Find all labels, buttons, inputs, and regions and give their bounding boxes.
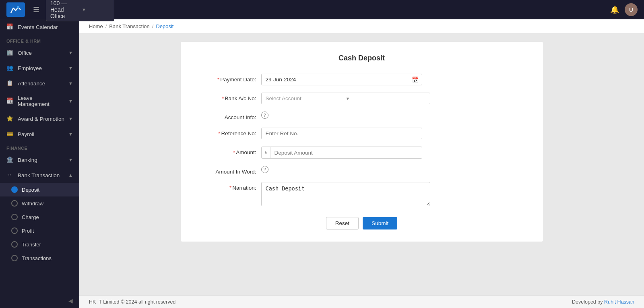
bank-transaction-chevron-icon: ▲ [68, 173, 73, 178]
payment-date-input-wrap: 📅 [261, 74, 422, 85]
sidebar-item-employee[interactable]: 👥 Employee ▼ [0, 60, 79, 76]
branch-selector[interactable]: 100 — Head Office ▼ [46, 0, 114, 21]
branch-chevron-icon: ▼ [82, 7, 110, 12]
hamburger-icon[interactable]: ☰ [33, 5, 39, 14]
breadcrumb-sep-1: / [105, 23, 107, 29]
sidebar-sub-charge[interactable]: Charge [0, 210, 79, 224]
narration-label: *Narration: [197, 182, 261, 191]
sidebar-item-banking[interactable]: 🏦 Banking ▼ [0, 152, 79, 167]
payment-date-label: *Payment Date: [197, 74, 261, 83]
footer-copyright: HK IT Limited © 2024 all right reserved [89, 299, 175, 305]
payment-date-row: *Payment Date: 📅 [197, 74, 527, 85]
form-buttons: Reset Submit [197, 217, 527, 229]
bank-acno-label: *Bank A/c No: [197, 93, 261, 101]
charge-circle-icon [11, 214, 18, 220]
bank-acno-select[interactable]: Select Account ▼ [261, 93, 430, 104]
sidebar-sub-transactions[interactable]: Transactions [0, 251, 79, 265]
ref-no-input[interactable] [261, 128, 422, 139]
account-info-help-icon[interactable]: ? [261, 112, 268, 119]
banking-icon: 🏦 [6, 156, 14, 163]
breadcrumb-home[interactable]: Home [89, 23, 103, 29]
developer-link[interactable]: Ruhit Hassan [604, 299, 634, 305]
banking-chevron-icon: ▼ [68, 157, 73, 162]
sidebar-item-bank-transaction[interactable]: ↔ Bank Transaction ▲ [0, 167, 79, 183]
submit-button[interactable]: Submit [363, 217, 397, 229]
employee-icon: 👥 [6, 64, 14, 72]
leave-icon: 📆 [6, 97, 14, 105]
sidebar-item-attendance[interactable]: 📋 Attendance ▼ [0, 76, 79, 91]
narration-row: *Narration: Cash Deposit [197, 182, 527, 207]
sidebar: 📅 Events Calendar OFFICE & HRM 🏢 Office … [0, 19, 79, 308]
content-area: Home / Bank Transaction / Deposit Cash D… [79, 19, 644, 308]
award-chevron-icon: ▼ [68, 116, 73, 121]
sidebar-item-payroll[interactable]: 💳 Payroll ▼ [0, 126, 79, 142]
payment-date-input[interactable] [262, 74, 409, 85]
deposit-circle-icon [11, 186, 18, 193]
form-card: Cash Deposit *Payment Date: 📅 [181, 42, 543, 242]
attendance-chevron-icon: ▼ [68, 81, 73, 86]
sidebar-item-events-calendar[interactable]: 📅 Events Calendar [0, 19, 79, 35]
bank-acno-row: *Bank A/c No: Select Account ▼ [197, 93, 527, 104]
sidebar-sub-profit[interactable]: Profit [0, 224, 79, 238]
payroll-chevron-icon: ▼ [68, 132, 73, 136]
svg-point-1 [17, 6, 19, 8]
amount-input-wrap: ৳ [261, 147, 422, 159]
award-icon: ⭐ [6, 115, 14, 122]
avatar[interactable]: U [625, 3, 638, 16]
sidebar-sub-deposit[interactable]: Deposit [0, 183, 79, 196]
bank-transaction-icon: ↔ [6, 172, 14, 179]
footer: HK IT Limited © 2024 all right reserved … [79, 296, 644, 308]
collapse-icon: ◀ [68, 298, 73, 304]
footer-developer: Developed by Ruhit Hassan [572, 299, 634, 305]
office-icon: 🏢 [6, 49, 14, 56]
bank-acno-placeholder: Select Account [266, 95, 346, 101]
logo [6, 2, 25, 17]
account-info-label: Account Info: [197, 112, 261, 120]
amount-in-word-row: Amount In Word: ? [197, 166, 527, 175]
page-content: Cash Deposit *Payment Date: 📅 [79, 34, 644, 296]
form-title: Cash Deposit [197, 54, 527, 62]
office-chevron-icon: ▼ [68, 50, 73, 55]
amount-in-word-label: Amount In Word: [197, 166, 261, 175]
sidebar-sub-transfer[interactable]: Transfer [0, 238, 79, 251]
sidebar-item-leave-management[interactable]: 📆 Leave Management ▼ [0, 91, 79, 111]
amount-label: *Amount: [197, 147, 261, 155]
bell-icon[interactable]: 🔔 [610, 5, 619, 14]
topbar-right: 🔔 U [610, 3, 638, 16]
topbar: ☰ 100 — Head Office ▼ 🔔 U [0, 0, 644, 19]
ref-no-row: *Reference No: [197, 128, 527, 139]
sidebar-item-office[interactable]: 🏢 Office ▼ [0, 45, 79, 60]
sidebar-sub-withdraw[interactable]: Withdraw [0, 196, 79, 210]
amount-in-word-help-icon[interactable]: ? [261, 166, 268, 173]
calendar-picker-icon[interactable]: 📅 [409, 74, 422, 85]
narration-input[interactable]: Cash Deposit [261, 182, 430, 206]
attendance-icon: 📋 [6, 80, 14, 87]
leave-chevron-icon: ▼ [68, 99, 73, 103]
sidebar-collapse-button[interactable]: ◀ [0, 294, 79, 308]
breadcrumb: Home / Bank Transaction / Deposit [79, 19, 644, 34]
section-finance: FINANCE [0, 142, 79, 152]
amount-prefix: ৳ [262, 147, 270, 158]
payroll-icon: 💳 [6, 130, 14, 138]
profit-circle-icon [11, 227, 18, 234]
reset-button[interactable]: Reset [326, 217, 359, 229]
bank-acno-caret-icon: ▼ [346, 96, 426, 101]
breadcrumb-bank-transaction[interactable]: Bank Transaction [109, 23, 149, 29]
amount-row: *Amount: ৳ [197, 147, 527, 159]
transactions-circle-icon [11, 255, 18, 261]
employee-chevron-icon: ▼ [68, 66, 73, 70]
ref-no-label: *Reference No: [197, 128, 261, 136]
amount-input[interactable] [270, 147, 422, 158]
breadcrumb-current: Deposit [156, 23, 173, 29]
account-info-row: Account Info: ? [197, 112, 527, 120]
calendar-icon: 📅 [6, 23, 14, 31]
withdraw-circle-icon [11, 200, 18, 207]
transfer-circle-icon [11, 241, 18, 248]
breadcrumb-sep-2: / [152, 23, 154, 29]
section-office-hrm: OFFICE & HRM [0, 35, 79, 45]
sidebar-item-award-promotion[interactable]: ⭐ Award & Promotion ▼ [0, 111, 79, 126]
